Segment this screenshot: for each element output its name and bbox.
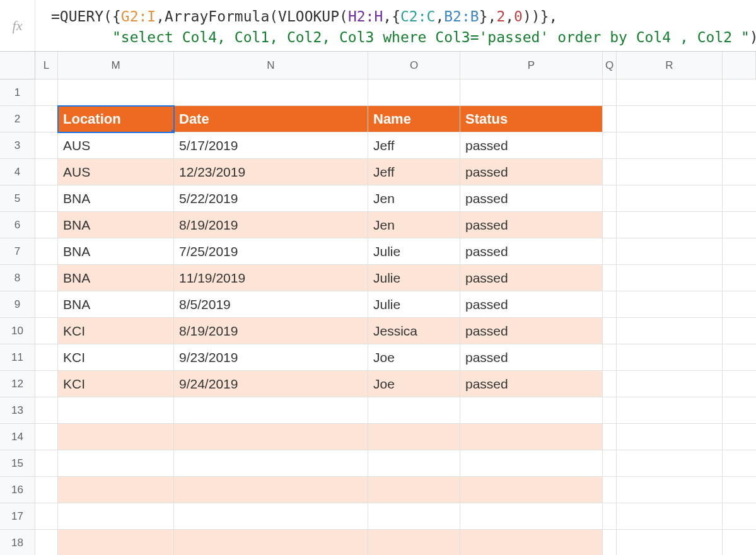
cell[interactable] xyxy=(617,212,723,238)
spreadsheet-grid[interactable]: LMNOPQR12LocationDateNameStatus3AUS5/17/… xyxy=(0,52,756,555)
cell[interactable] xyxy=(603,238,617,265)
cell[interactable] xyxy=(617,238,723,265)
cell[interactable] xyxy=(723,424,756,450)
cell[interactable] xyxy=(617,344,723,371)
cell[interactable] xyxy=(35,238,58,265)
cell[interactable] xyxy=(603,291,617,318)
cell[interactable] xyxy=(723,159,756,185)
cell[interactable] xyxy=(460,477,603,503)
cell-status[interactable]: passed xyxy=(460,291,603,318)
cell[interactable] xyxy=(368,530,460,555)
cell[interactable] xyxy=(58,424,174,450)
cell[interactable] xyxy=(35,212,58,238)
cell-status[interactable]: passed xyxy=(460,371,603,397)
row-header[interactable]: 14 xyxy=(0,424,35,450)
cell-location[interactable]: BNA xyxy=(58,291,174,318)
cell[interactable] xyxy=(723,132,756,159)
cell-status[interactable]: passed xyxy=(460,132,603,159)
cell[interactable] xyxy=(617,503,723,530)
cell-name[interactable]: Jen xyxy=(368,185,460,212)
cell-location[interactable]: BNA xyxy=(58,212,174,238)
cell[interactable] xyxy=(368,450,460,477)
cell[interactable] xyxy=(617,291,723,318)
cell[interactable] xyxy=(617,159,723,185)
cell[interactable] xyxy=(35,318,58,344)
cell-date[interactable]: 8/19/2019 xyxy=(174,212,368,238)
cell-location[interactable]: BNA xyxy=(58,238,174,265)
cell[interactable] xyxy=(368,397,460,424)
cell[interactable] xyxy=(35,424,58,450)
row-header[interactable]: 9 xyxy=(0,291,35,318)
cell-location[interactable]: KCI xyxy=(58,318,174,344)
cell[interactable] xyxy=(35,185,58,212)
cell[interactable] xyxy=(723,185,756,212)
col-header[interactable] xyxy=(723,52,756,79)
cell[interactable] xyxy=(723,530,756,555)
cell[interactable] xyxy=(723,503,756,530)
cell[interactable] xyxy=(35,291,58,318)
row-header[interactable]: 8 xyxy=(0,265,35,291)
cell[interactable] xyxy=(603,79,617,106)
cell[interactable] xyxy=(58,450,174,477)
row-header[interactable]: 12 xyxy=(0,371,35,397)
cell-status[interactable]: passed xyxy=(460,212,603,238)
cell[interactable] xyxy=(617,530,723,555)
selected-cell[interactable]: Location xyxy=(58,106,174,132)
col-header[interactable]: M xyxy=(58,52,174,79)
row-header[interactable]: 3 xyxy=(0,132,35,159)
cell[interactable] xyxy=(723,344,756,371)
cell-name[interactable]: Julie xyxy=(368,291,460,318)
cell[interactable] xyxy=(723,238,756,265)
cell[interactable] xyxy=(368,79,460,106)
cell-date[interactable]: 7/25/2019 xyxy=(174,238,368,265)
col-header[interactable]: N xyxy=(174,52,368,79)
cell-date[interactable]: 8/19/2019 xyxy=(174,318,368,344)
col-header[interactable]: Q xyxy=(603,52,617,79)
cell[interactable] xyxy=(58,79,174,106)
row-header[interactable]: 6 xyxy=(0,212,35,238)
cell[interactable] xyxy=(35,477,58,503)
cell[interactable] xyxy=(603,371,617,397)
cell-date[interactable]: 5/22/2019 xyxy=(174,185,368,212)
cell[interactable] xyxy=(603,450,617,477)
cell[interactable] xyxy=(603,106,617,132)
table-header[interactable]: Status xyxy=(460,106,603,132)
cell[interactable] xyxy=(174,450,368,477)
cell-location[interactable]: AUS xyxy=(58,159,174,185)
cell[interactable] xyxy=(723,450,756,477)
table-header[interactable]: Name xyxy=(368,106,460,132)
cell-date[interactable]: 8/5/2019 xyxy=(174,291,368,318)
cell[interactable] xyxy=(723,265,756,291)
cell-status[interactable]: passed xyxy=(460,159,603,185)
select-all-corner[interactable] xyxy=(0,52,35,79)
cell[interactable] xyxy=(617,397,723,424)
cell-name[interactable]: Julie xyxy=(368,265,460,291)
cell[interactable] xyxy=(723,106,756,132)
cell[interactable] xyxy=(174,477,368,503)
cell[interactable] xyxy=(35,397,58,424)
cell-status[interactable]: passed xyxy=(460,185,603,212)
cell-name[interactable]: Julie xyxy=(368,238,460,265)
cell[interactable] xyxy=(603,477,617,503)
cell[interactable] xyxy=(617,450,723,477)
col-header[interactable]: R xyxy=(617,52,723,79)
cell-name[interactable]: Jen xyxy=(368,212,460,238)
cell-name[interactable]: Jessica xyxy=(368,318,460,344)
cell-location[interactable]: AUS xyxy=(58,132,174,159)
cell-name[interactable]: Joe xyxy=(368,371,460,397)
formula-input[interactable]: =QUERY({G2:I,ArrayFormula(VLOOKUP(H2:H,{… xyxy=(35,4,756,47)
row-header[interactable]: 11 xyxy=(0,344,35,371)
row-header[interactable]: 10 xyxy=(0,318,35,344)
cell[interactable] xyxy=(174,79,368,106)
cell[interactable] xyxy=(174,424,368,450)
row-header[interactable]: 16 xyxy=(0,477,35,503)
row-header[interactable]: 2 xyxy=(0,106,35,132)
cell[interactable] xyxy=(35,530,58,555)
row-header[interactable]: 5 xyxy=(0,185,35,212)
cell[interactable] xyxy=(174,397,368,424)
cell[interactable] xyxy=(35,265,58,291)
cell[interactable] xyxy=(460,424,603,450)
col-header[interactable]: L xyxy=(35,52,58,79)
cell-date[interactable]: 9/23/2019 xyxy=(174,344,368,371)
table-header[interactable]: Date xyxy=(174,106,368,132)
